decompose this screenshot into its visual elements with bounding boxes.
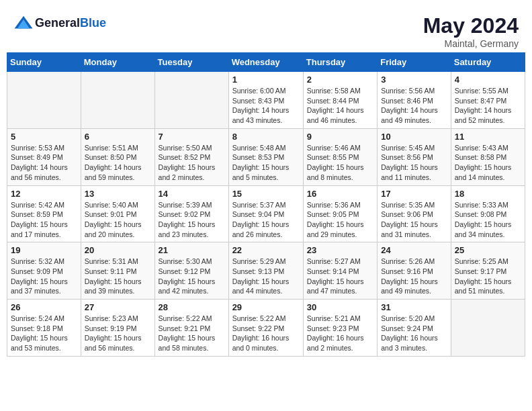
day-number: 5 [11, 132, 77, 142]
calendar-cell [154, 72, 228, 129]
calendar-cell: 20Sunrise: 5:31 AM Sunset: 9:11 PM Dayli… [81, 242, 154, 300]
col-header-wednesday: Wednesday [228, 53, 303, 72]
col-header-saturday: Saturday [451, 53, 525, 72]
col-header-monday: Monday [81, 53, 154, 72]
calendar-cell: 31Sunrise: 5:20 AM Sunset: 9:24 PM Dayli… [378, 300, 451, 357]
day-number: 22 [232, 245, 300, 255]
day-number: 8 [232, 132, 300, 142]
day-info: Sunrise: 5:51 AM Sunset: 8:50 PM Dayligh… [85, 143, 151, 183]
calendar-week-row: 12Sunrise: 5:42 AM Sunset: 8:59 PM Dayli… [7, 185, 525, 242]
day-info: Sunrise: 5:40 AM Sunset: 9:01 PM Dayligh… [85, 200, 151, 240]
calendar-cell: 12Sunrise: 5:42 AM Sunset: 8:59 PM Dayli… [7, 185, 81, 242]
calendar-cell: 6Sunrise: 5:51 AM Sunset: 8:50 PM Daylig… [81, 128, 154, 185]
logo-blue: Blue [80, 16, 106, 30]
day-info: Sunrise: 5:21 AM Sunset: 9:23 PM Dayligh… [307, 314, 373, 353]
logo: GeneralBlue [13, 13, 106, 34]
calendar-header-row: SundayMondayTuesdayWednesdayThursdayFrid… [7, 53, 525, 72]
day-info: Sunrise: 5:26 AM Sunset: 9:16 PM Dayligh… [381, 257, 447, 296]
day-number: 19 [11, 245, 77, 255]
calendar-cell: 11Sunrise: 5:43 AM Sunset: 8:58 PM Dayli… [451, 128, 525, 185]
calendar-cell: 4Sunrise: 5:55 AM Sunset: 8:47 PM Daylig… [451, 72, 525, 129]
day-info: Sunrise: 5:55 AM Sunset: 8:47 PM Dayligh… [455, 86, 521, 126]
calendar-cell: 23Sunrise: 5:27 AM Sunset: 9:14 PM Dayli… [303, 242, 377, 300]
day-info: Sunrise: 5:50 AM Sunset: 8:52 PM Dayligh… [159, 143, 225, 183]
day-info: Sunrise: 5:45 AM Sunset: 8:56 PM Dayligh… [381, 143, 447, 183]
calendar-cell: 18Sunrise: 5:33 AM Sunset: 9:08 PM Dayli… [451, 185, 525, 242]
calendar-cell: 7Sunrise: 5:50 AM Sunset: 8:52 PM Daylig… [154, 128, 228, 185]
col-header-tuesday: Tuesday [154, 53, 228, 72]
day-info: Sunrise: 5:42 AM Sunset: 8:59 PM Dayligh… [11, 200, 77, 240]
calendar-cell: 16Sunrise: 5:36 AM Sunset: 9:05 PM Dayli… [303, 185, 377, 242]
calendar-cell: 8Sunrise: 5:48 AM Sunset: 8:53 PM Daylig… [228, 128, 303, 185]
day-info: Sunrise: 5:56 AM Sunset: 8:46 PM Dayligh… [381, 86, 447, 126]
day-info: Sunrise: 5:36 AM Sunset: 9:05 PM Dayligh… [307, 200, 373, 240]
calendar-cell: 1Sunrise: 6:00 AM Sunset: 8:43 PM Daylig… [228, 72, 303, 129]
calendar-cell: 21Sunrise: 5:30 AM Sunset: 9:12 PM Dayli… [154, 242, 228, 300]
col-header-thursday: Thursday [303, 53, 377, 72]
day-info: Sunrise: 5:23 AM Sunset: 9:19 PM Dayligh… [85, 314, 151, 353]
day-number: 18 [455, 189, 521, 199]
calendar-cell: 29Sunrise: 5:22 AM Sunset: 9:22 PM Dayli… [228, 300, 303, 357]
day-number: 6 [85, 132, 151, 142]
logo-general: General [35, 16, 80, 30]
calendar-cell: 28Sunrise: 5:22 AM Sunset: 9:21 PM Dayli… [154, 300, 228, 357]
day-info: Sunrise: 5:35 AM Sunset: 9:06 PM Dayligh… [381, 200, 447, 240]
calendar-cell [7, 72, 81, 129]
day-number: 15 [232, 189, 300, 199]
logo-icon [13, 13, 34, 34]
day-number: 4 [455, 75, 521, 85]
day-number: 13 [85, 189, 151, 199]
day-number: 27 [85, 302, 151, 312]
location-subtitle: Maintal, Germany [423, 38, 519, 49]
calendar-cell: 14Sunrise: 5:39 AM Sunset: 9:02 PM Dayli… [154, 185, 228, 242]
day-info: Sunrise: 6:00 AM Sunset: 8:43 PM Dayligh… [232, 86, 300, 126]
col-header-sunday: Sunday [7, 53, 81, 72]
calendar-cell: 3Sunrise: 5:56 AM Sunset: 8:46 PM Daylig… [378, 72, 451, 129]
calendar-cell: 9Sunrise: 5:46 AM Sunset: 8:55 PM Daylig… [303, 128, 377, 185]
calendar-cell: 24Sunrise: 5:26 AM Sunset: 9:16 PM Dayli… [378, 242, 451, 300]
day-info: Sunrise: 5:22 AM Sunset: 9:21 PM Dayligh… [159, 314, 225, 353]
day-number: 17 [381, 189, 447, 199]
calendar-cell: 19Sunrise: 5:32 AM Sunset: 9:09 PM Dayli… [7, 242, 81, 300]
calendar-cell: 13Sunrise: 5:40 AM Sunset: 9:01 PM Dayli… [81, 185, 154, 242]
day-number: 9 [307, 132, 373, 142]
calendar-cell: 2Sunrise: 5:58 AM Sunset: 8:44 PM Daylig… [303, 72, 377, 129]
day-info: Sunrise: 5:33 AM Sunset: 9:08 PM Dayligh… [455, 200, 521, 240]
title-block: May 2024 Maintal, Germany [423, 13, 519, 49]
calendar-week-row: 1Sunrise: 6:00 AM Sunset: 8:43 PM Daylig… [7, 72, 525, 129]
col-header-friday: Friday [378, 53, 451, 72]
day-number: 30 [307, 302, 373, 312]
day-info: Sunrise: 5:20 AM Sunset: 9:24 PM Dayligh… [381, 314, 447, 353]
page-header: GeneralBlue May 2024 Maintal, Germany [7, 7, 525, 52]
calendar-cell [81, 72, 154, 129]
day-info: Sunrise: 5:25 AM Sunset: 9:17 PM Dayligh… [455, 257, 521, 296]
day-number: 29 [232, 302, 300, 312]
day-info: Sunrise: 5:58 AM Sunset: 8:44 PM Dayligh… [307, 86, 373, 126]
day-number: 12 [11, 189, 77, 199]
day-info: Sunrise: 5:22 AM Sunset: 9:22 PM Dayligh… [232, 314, 300, 353]
day-info: Sunrise: 5:32 AM Sunset: 9:09 PM Dayligh… [11, 257, 77, 296]
day-number: 20 [85, 245, 151, 255]
day-info: Sunrise: 5:46 AM Sunset: 8:55 PM Dayligh… [307, 143, 373, 183]
day-number: 26 [11, 302, 77, 312]
day-info: Sunrise: 5:31 AM Sunset: 9:11 PM Dayligh… [85, 257, 151, 296]
calendar-cell: 17Sunrise: 5:35 AM Sunset: 9:06 PM Dayli… [378, 185, 451, 242]
calendar-week-row: 26Sunrise: 5:24 AM Sunset: 9:18 PM Dayli… [7, 300, 525, 357]
calendar-week-row: 5Sunrise: 5:53 AM Sunset: 8:49 PM Daylig… [7, 128, 525, 185]
day-number: 2 [307, 75, 373, 85]
calendar-table: SundayMondayTuesdayWednesdayThursdayFrid… [7, 52, 525, 357]
calendar-cell: 30Sunrise: 5:21 AM Sunset: 9:23 PM Dayli… [303, 300, 377, 357]
day-number: 21 [159, 245, 225, 255]
day-number: 16 [307, 189, 373, 199]
day-number: 10 [381, 132, 447, 142]
day-number: 7 [159, 132, 225, 142]
calendar-cell: 22Sunrise: 5:29 AM Sunset: 9:13 PM Dayli… [228, 242, 303, 300]
day-number: 3 [381, 75, 447, 85]
day-info: Sunrise: 5:48 AM Sunset: 8:53 PM Dayligh… [232, 143, 300, 183]
calendar-cell: 5Sunrise: 5:53 AM Sunset: 8:49 PM Daylig… [7, 128, 81, 185]
day-info: Sunrise: 5:43 AM Sunset: 8:58 PM Dayligh… [455, 143, 521, 183]
day-number: 28 [159, 302, 225, 312]
day-number: 1 [232, 75, 300, 85]
day-info: Sunrise: 5:30 AM Sunset: 9:12 PM Dayligh… [159, 257, 225, 296]
month-year-title: May 2024 [423, 13, 519, 38]
